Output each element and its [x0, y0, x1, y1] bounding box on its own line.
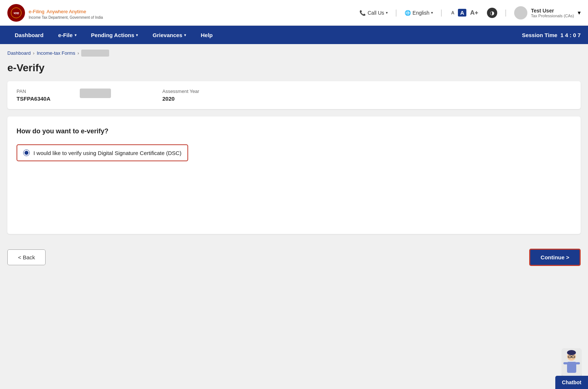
- call-us-chevron: ▾: [386, 11, 388, 15]
- header-separator-1: |: [395, 8, 397, 17]
- breadcrumb-sep-2: ›: [78, 50, 79, 56]
- nav-efile[interactable]: e-File ▾: [51, 26, 83, 44]
- grievances-chevron: ▾: [184, 33, 186, 37]
- user-info: Test User Tax Professionals (CAs): [531, 8, 574, 18]
- user-area[interactable]: Test User Tax Professionals (CAs) ▾: [514, 6, 581, 19]
- pan-value: TSFPA6340A: [17, 96, 50, 102]
- header-separator-3: |: [505, 8, 506, 17]
- dsc-option[interactable]: I would like to verify using Digital Sig…: [17, 144, 188, 161]
- session-time: Session Time 1 4 : 0 7: [522, 32, 581, 38]
- font-large-button[interactable]: A+: [469, 8, 480, 17]
- font-small-button[interactable]: A: [450, 10, 456, 16]
- nav-grievances[interactable]: Grievances ▾: [145, 26, 193, 44]
- contrast-button[interactable]: ◑: [487, 8, 497, 18]
- logo-area: भारत e-Filing Anywhere Anytime Income Ta…: [7, 4, 103, 22]
- call-us-button[interactable]: 📞 Call Us ▾: [359, 10, 388, 16]
- page-title: e-Verify: [7, 62, 581, 74]
- pan-field: PAN TSFPA6340A: [17, 89, 50, 102]
- chatbot-avatar: [562, 348, 582, 376]
- breadcrumb-current: [81, 50, 109, 57]
- assessment-year-label: Assessment Year: [162, 89, 199, 94]
- call-us-label: Call Us: [368, 10, 384, 16]
- language-label: English: [413, 10, 430, 16]
- nav-bar: Dashboard e-File ▾ Pending Actions ▾ Gri…: [0, 26, 588, 44]
- user-name: Test User: [531, 8, 574, 14]
- session-label: Session Time: [522, 32, 557, 38]
- logo-efiling: e-Filing: [29, 9, 44, 14]
- header-right: 📞 Call Us ▾ | 🌐 English ▾ | A A A+ ◑ | T…: [359, 6, 581, 19]
- logo-title: e-Filing Anywhere Anytime: [29, 6, 103, 15]
- nav-items: Dashboard e-File ▾ Pending Actions ▾ Gri…: [7, 26, 220, 44]
- bottom-bar: < Back Continue >: [7, 241, 581, 273]
- pan-label: PAN: [17, 89, 50, 94]
- logo-emblem: भारत: [7, 4, 25, 22]
- font-controls: A A A+: [450, 8, 480, 17]
- language-chevron: ▾: [431, 11, 433, 15]
- chatbot-area: Chatbot: [555, 348, 588, 389]
- svg-rect-9: [567, 362, 576, 373]
- dsc-label: I would like to verify using Digital Sig…: [33, 150, 182, 156]
- nav-dashboard[interactable]: Dashboard: [7, 26, 51, 44]
- svg-point-5: [567, 350, 576, 355]
- language-button[interactable]: 🌐 English ▾: [405, 10, 433, 16]
- redacted-block: [80, 89, 111, 98]
- top-header: भारत e-Filing Anywhere Anytime Income Ta…: [0, 0, 588, 26]
- svg-rect-10: [563, 362, 568, 364]
- dsc-radio[interactable]: [23, 150, 30, 156]
- breadcrumb: Dashboard › Income-tax Forms ›: [7, 50, 581, 57]
- main-content: Dashboard › Income-tax Forms › e-Verify …: [0, 44, 588, 281]
- user-role: Tax Professionals (CAs): [531, 14, 574, 18]
- pending-chevron: ▾: [136, 33, 138, 37]
- font-medium-button[interactable]: A: [458, 9, 466, 17]
- breadcrumb-sep-1: ›: [33, 50, 35, 56]
- verify-card: How do you want to e-verify? I would lik…: [7, 116, 581, 234]
- nav-help[interactable]: Help: [193, 26, 220, 44]
- logo-text: e-Filing Anywhere Anytime Income Tax Dep…: [29, 6, 103, 19]
- avatar: [514, 6, 527, 19]
- breadcrumb-income-tax-forms[interactable]: Income-tax Forms: [37, 50, 75, 56]
- chatbot-button[interactable]: Chatbot: [555, 376, 588, 389]
- breadcrumb-dashboard[interactable]: Dashboard: [7, 50, 31, 56]
- phone-icon: 📞: [359, 10, 366, 16]
- back-button[interactable]: < Back: [7, 249, 46, 265]
- verify-question: How do you want to e-verify?: [17, 127, 571, 135]
- assessment-year-field: Assessment Year 2020: [162, 89, 199, 102]
- user-chevron: ▾: [578, 9, 581, 16]
- info-card: PAN TSFPA6340A Assessment Year 2020: [7, 81, 581, 109]
- nav-pending-actions[interactable]: Pending Actions ▾: [84, 26, 146, 44]
- globe-icon: 🌐: [405, 10, 411, 16]
- continue-button[interactable]: Continue >: [529, 249, 581, 266]
- assessment-year-value: 2020: [162, 96, 199, 102]
- efile-chevron: ▾: [75, 33, 76, 37]
- logo-subtitle: Income Tax Department, Government of Ind…: [29, 15, 103, 19]
- session-value: 1 4 : 0 7: [560, 32, 581, 38]
- logo-tagline: Anywhere Anytime: [47, 9, 86, 14]
- svg-text:भारत: भारत: [14, 12, 19, 15]
- svg-rect-11: [576, 362, 580, 364]
- header-separator-2: |: [440, 8, 442, 17]
